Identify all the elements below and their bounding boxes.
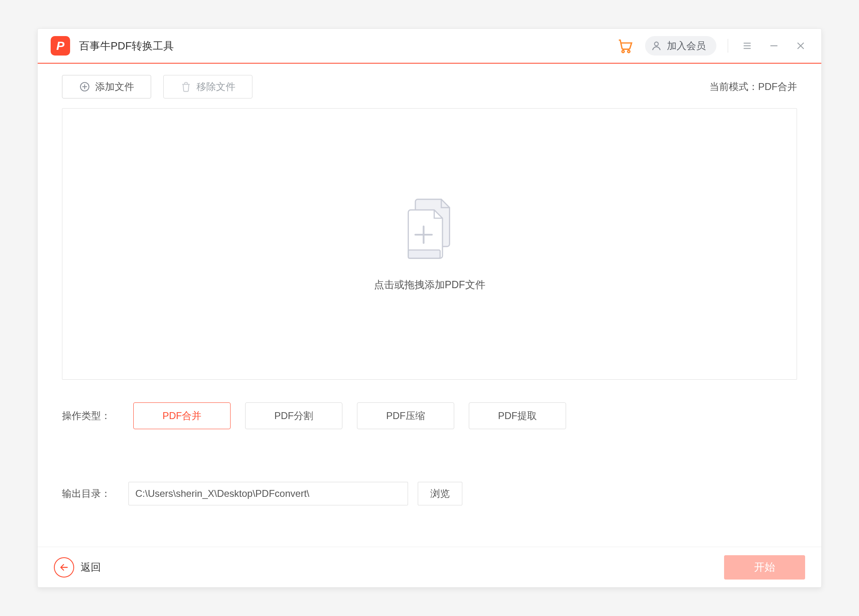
op-btn-split[interactable]: PDF分割: [245, 402, 342, 429]
op-btn-compress[interactable]: PDF压缩: [357, 402, 454, 429]
svg-rect-14: [408, 250, 440, 258]
start-button[interactable]: 开始: [724, 555, 805, 580]
plus-circle-icon: [79, 81, 90, 92]
trash-icon: [180, 81, 192, 92]
back-label: 返回: [81, 560, 101, 574]
join-member-button[interactable]: 加入会员: [645, 36, 716, 56]
app-logo-letter: P: [56, 39, 64, 53]
title-bar-divider: [728, 39, 728, 53]
op-btn-extract[interactable]: PDF提取: [469, 402, 566, 429]
main-content: 添加文件 移除文件 当前模式：PDF合并: [38, 64, 821, 547]
svg-point-1: [628, 50, 630, 53]
app-title: 百事牛PDF转换工具: [79, 39, 174, 53]
app-window: P 百事牛PDF转换工具 加入会员: [37, 28, 822, 588]
add-file-label: 添加文件: [95, 80, 134, 93]
dropzone-hint: 点击或拖拽添加PDF文件: [374, 278, 485, 291]
add-document-icon: [399, 197, 460, 262]
remove-file-label: 移除文件: [197, 80, 235, 93]
menu-icon[interactable]: [739, 38, 755, 53]
operation-type-label: 操作类型：: [62, 409, 119, 422]
remove-file-button[interactable]: 移除文件: [163, 75, 252, 98]
close-icon[interactable]: [793, 38, 808, 53]
join-member-label: 加入会员: [667, 39, 706, 52]
output-dir-input[interactable]: [128, 482, 408, 505]
op-btn-merge[interactable]: PDF合并: [133, 402, 231, 429]
footer-bar: 返回 开始: [38, 547, 821, 587]
output-dir-label: 输出目录：: [62, 487, 119, 500]
title-bar: P 百事牛PDF转换工具 加入会员: [38, 29, 821, 64]
cart-icon[interactable]: [617, 37, 634, 54]
minimize-icon[interactable]: [766, 38, 782, 53]
file-dropzone[interactable]: 点击或拖拽添加PDF文件: [62, 108, 797, 380]
user-icon: [651, 40, 662, 51]
back-button[interactable]: 返回: [54, 557, 101, 578]
output-dir-row: 输出目录： 浏览: [62, 482, 797, 505]
app-logo: P: [51, 36, 70, 56]
file-toolbar: 添加文件 移除文件 当前模式：PDF合并: [62, 75, 797, 98]
browse-button[interactable]: 浏览: [418, 482, 462, 505]
back-arrow-icon: [54, 557, 74, 578]
current-mode-label: 当前模式：PDF合并: [709, 80, 797, 93]
svg-point-0: [622, 50, 624, 53]
svg-point-2: [654, 42, 658, 46]
operation-type-row: 操作类型： PDF合并 PDF分割 PDF压缩 PDF提取: [62, 402, 797, 429]
add-file-button[interactable]: 添加文件: [62, 75, 151, 98]
title-bar-right: 加入会员: [617, 36, 808, 56]
